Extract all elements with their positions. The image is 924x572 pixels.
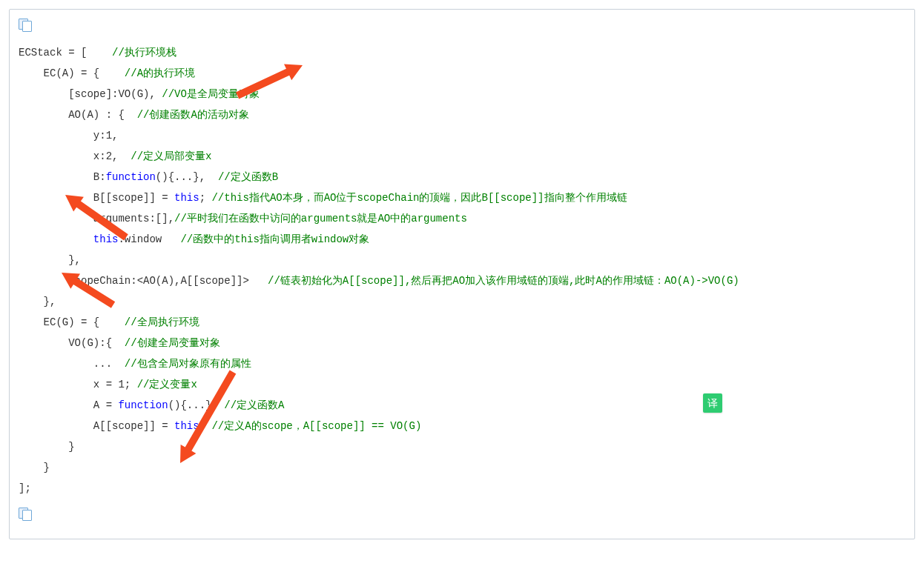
code-line: A = function(){...}; //定义函数A: [19, 395, 905, 416]
code-line: [scope]:VO(G), //VO是全局变量对象: [19, 84, 905, 104]
code-line: ... //包含全局对象原有的属性: [19, 353, 905, 374]
code-line: AO(A) : { //创建函数A的活动对象: [19, 104, 905, 125]
code-line: ];: [19, 478, 905, 499]
code-line: y:1,: [19, 125, 905, 146]
code-line: scopeChain:<AO(A),A[[scope]]> //链表初始化为A[…: [19, 270, 905, 291]
code-line: x:2, //定义局部变量x: [19, 146, 905, 167]
code-content: ECStack = [ //执行环境栈 EC(A) = { //A的执行环境 […: [19, 42, 905, 499]
code-line: x = 1; //定义变量x: [19, 374, 905, 395]
code-line: }: [19, 436, 905, 457]
code-line: B[[scope]] = this; //this指代AO本身，而AO位于sco…: [19, 187, 905, 208]
code-line: },: [19, 250, 905, 270]
code-line: B:function(){...}, //定义函数B: [19, 167, 905, 187]
translate-badge[interactable]: 译: [703, 393, 722, 413]
code-line: this:window //函数中的this指向调用者window对象: [19, 229, 905, 250]
code-line: EC(G) = { //全局执行环境: [19, 312, 905, 333]
copy-icon[interactable]: [19, 19, 32, 29]
code-line: }: [19, 457, 905, 478]
code-block-container: ECStack = [ //执行环境栈 EC(A) = { //A的执行环境 […: [9, 9, 915, 539]
code-line: ECStack = [ //执行环境栈: [19, 42, 905, 63]
code-line: arguments:[],//平时我们在函数中访问的arguments就是AO中…: [19, 208, 905, 229]
code-line: A[[scope]] = this; //定义A的scope，A[[scope]…: [19, 416, 905, 436]
code-line: },: [19, 291, 905, 312]
code-line: EC(A) = { //A的执行环境: [19, 63, 905, 84]
copy-icon[interactable]: [19, 508, 32, 518]
code-line: VO(G):{ //创建全局变量对象: [19, 333, 905, 353]
